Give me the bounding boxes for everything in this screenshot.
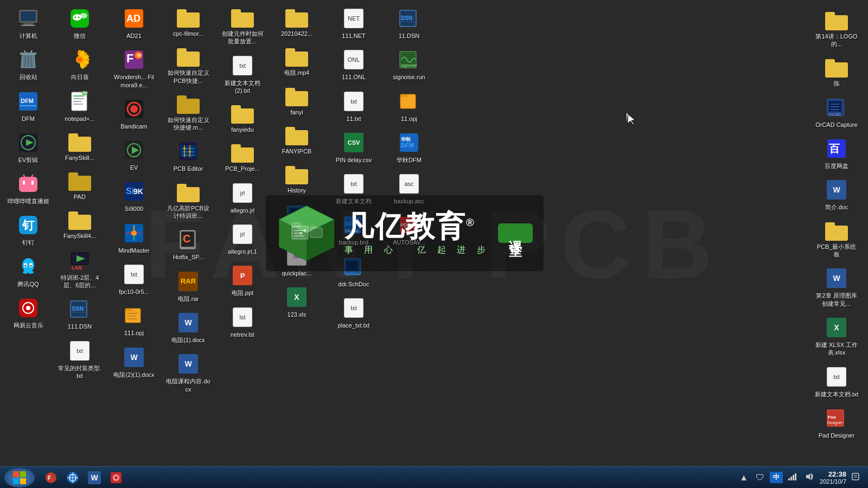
taskbar-clock[interactable]: 22:38 2021/10/7 xyxy=(820,470,846,485)
icon-label: PCB Editor xyxy=(174,165,203,172)
icon-qq[interactable]: 腾讯QQ xyxy=(4,252,53,291)
icon-huisouzhan[interactable]: 回收站 xyxy=(4,45,53,84)
icon-hotfixsp[interactable]: C Hotfix_SP... xyxy=(164,225,213,264)
icon-fanyskill[interactable]: FanySkill... xyxy=(55,128,104,165)
tray-network-icon[interactable] xyxy=(786,472,800,484)
taskbar-app-browser[interactable] xyxy=(63,468,82,487)
svg-text:OrCAD: OrCAD xyxy=(828,112,841,116)
icon-11dsn[interactable]: DSN 11.DSN xyxy=(385,4,433,43)
icon-ev[interactable]: EV xyxy=(110,136,158,175)
svg-rect-150 xyxy=(20,478,26,484)
icon-orcad[interactable]: OrCAD OrCAD Capture xyxy=(812,93,861,132)
icon-dianyuanppt[interactable]: P 电阻.ppt xyxy=(218,261,267,300)
icon-ruhepcbkuaijie[interactable]: 如何快速自定义PCB快捷... xyxy=(164,43,213,88)
icon-fanyi2[interactable]: fanyi xyxy=(272,82,321,119)
svg-text:F: F xyxy=(126,52,133,65)
icon-123xls[interactable]: X 123.xls xyxy=(272,282,321,322)
icon-label: OrCAD Capture xyxy=(815,121,858,129)
icon-chuangjianyuanjian[interactable]: 创建元件时如何批量放置... xyxy=(218,4,267,49)
icon-wangyi[interactable]: 网易云音乐 xyxy=(4,293,53,332)
icon-placetxttxt[interactable]: txt place_txt.txt xyxy=(329,293,378,332)
icon-label: cpc-filmor... xyxy=(173,30,203,37)
icon-si9000[interactable]: Si 9K Si9000 xyxy=(110,177,158,216)
icon-di2zhang[interactable]: W 第2章 原理图库创建常见... xyxy=(812,264,861,311)
icon-fanyipcb[interactable]: FANYIPCB xyxy=(272,121,321,158)
icon-notepad[interactable]: N+ notepad+... xyxy=(55,87,104,126)
icon-xinjianwjtxt2[interactable]: txt 新建文本文档.txt xyxy=(812,362,861,401)
svg-rect-149 xyxy=(13,478,19,484)
icon-cpcfilmor[interactable]: cpc-filmor... xyxy=(164,4,213,41)
icon-huaqiu-dfm[interactable]: 华秋 DFM 华秋DFM xyxy=(385,128,433,167)
icon-xiangrikui[interactable]: 向日葵 xyxy=(55,45,104,84)
icon-111dsn[interactable]: DSN 111.DSN xyxy=(55,294,104,333)
icon-dingding[interactable]: 钉 钉钉 xyxy=(4,210,53,249)
icon-jisuanji[interactable]: 计算机 xyxy=(4,4,53,43)
icon-chen[interactable]: 陈 xyxy=(812,54,861,91)
icon-paddesigner[interactable]: Pad Designer Pad Designer xyxy=(812,403,861,442)
icon-dianyuan21docx[interactable]: W 电阻(2)(1).docx xyxy=(110,343,158,382)
icon-netrevlst[interactable]: lst netrev.lst xyxy=(218,303,267,342)
icon-allegrojrl[interactable]: jrl allegro.jrl xyxy=(218,178,267,217)
icon-xinjiansucai[interactable]: txt 新建文本文档(2).txt xyxy=(218,51,267,98)
icon-bilibili[interactable]: 哔哩哔哩直播姬 xyxy=(4,169,53,208)
taskbar-app-record[interactable] xyxy=(106,468,126,487)
icon-pcbzuixiao[interactable]: PCB_最小系统板 xyxy=(812,217,861,262)
icon-11txt[interactable]: txt 11.txt xyxy=(329,87,378,126)
icon-111onl[interactable]: ONL 111.ONL xyxy=(329,45,378,84)
taskbar-app-word[interactable]: W xyxy=(85,468,104,487)
taskbar-app-fany[interactable]: F xyxy=(41,468,61,487)
icon-label: 微信 xyxy=(74,32,86,40)
icon-11opj[interactable]: 11.opj xyxy=(385,87,433,126)
icon-baidu[interactable]: 百 百度网盘 xyxy=(812,134,861,173)
icon-111net[interactable]: NET 111.NET xyxy=(329,4,378,43)
tray-language-button[interactable]: 中 xyxy=(770,472,783,483)
icon-history[interactable]: History xyxy=(272,160,321,197)
icon-dianyuandocx1[interactable]: W 电阻(1).docx xyxy=(164,308,213,347)
svg-rect-116 xyxy=(400,94,408,97)
icon-ad21[interactable]: AD AD21 xyxy=(110,4,158,43)
icon-ruhedingyi[interactable]: 如何快速自定义快捷键.m... xyxy=(164,90,213,135)
icon-pindelaycsv[interactable]: CSV PIN delay.csv xyxy=(329,128,378,167)
icon-dianyuanrar[interactable]: RAR 电阻.rar xyxy=(164,267,213,306)
tray-antivirus-icon[interactable]: 🛡 xyxy=(754,472,767,484)
icon-pcbeditor[interactable]: PCB Editor xyxy=(164,137,213,176)
icon-label: MindMaster xyxy=(118,247,149,254)
svg-rect-138 xyxy=(292,223,301,227)
icon-allegrojrl1[interactable]: jrl allegro.jrl,1 xyxy=(218,220,267,259)
icon-signoise[interactable]: signoise signoise.run xyxy=(385,45,433,84)
icon-dianzu-mp4[interactable]: 电阻.mp4 xyxy=(272,43,321,80)
icon-xinjianxlsx[interactable]: X 新建 XLSX 工作表.xlsx xyxy=(812,313,861,360)
icon-mindmaster[interactable]: MindMaster xyxy=(110,219,158,258)
icon-label: 计算机 xyxy=(20,32,37,40)
svg-point-39 xyxy=(78,57,82,62)
tray-expand-button[interactable]: ▲ xyxy=(737,472,750,484)
icon-weixin[interactable]: 微信 xyxy=(55,4,104,43)
icon-label: PAD xyxy=(74,193,86,201)
icon-changjian-fengzhuang[interactable]: txt 常见的封装类型.txt xyxy=(55,336,104,383)
icon-20210422[interactable]: 20210422... xyxy=(272,4,321,41)
icon-fanyskill4[interactable]: FanySkill4... xyxy=(55,206,104,243)
icon-label: netrev.lst xyxy=(231,331,254,338)
icon-bandicam[interactable]: Bandicam xyxy=(110,94,158,133)
icon-di14jiang[interactable]: 第14讲：LOGO的... xyxy=(812,7,861,52)
start-button[interactable] xyxy=(4,468,35,487)
icon-tezhunban[interactable]: LIVE 特训班-2层、4层、6层的... xyxy=(55,246,104,293)
icon-fanyiedu[interactable]: fanyiedu xyxy=(218,100,267,137)
icon-111opj[interactable]: 111.opj xyxy=(110,301,158,340)
icon-ev-jianji[interactable]: EV剪辑 xyxy=(4,128,53,167)
icon-dianyuanchengxu[interactable]: W 电阻课程内容.docx xyxy=(164,349,213,396)
svg-rect-160 xyxy=(788,478,790,480)
icon-dfm[interactable]: DFM DFM xyxy=(4,87,53,126)
icon-label: EV剪辑 xyxy=(18,156,39,164)
icon-pad[interactable]: PAD xyxy=(55,167,104,204)
svg-rect-147 xyxy=(13,471,19,477)
tray-notification-icon[interactable] xyxy=(850,472,861,484)
icon-pcbproj[interactable]: PCB_Proje... xyxy=(218,139,267,176)
icon-jianjie[interactable]: W 简介.doc xyxy=(812,175,861,214)
svg-text:百: 百 xyxy=(829,143,840,155)
icon-fpc10[interactable]: txt fpc10-0r5... xyxy=(110,260,158,299)
svg-text:Si: Si xyxy=(126,187,134,196)
icon-wondershare[interactable]: F W Wondersh... Filmora9.e... xyxy=(110,45,158,92)
tray-volume-icon[interactable] xyxy=(803,472,816,484)
icon-fanyijieduanpcb[interactable]: 凡亿高阶PCB设计特训班... xyxy=(164,178,213,223)
